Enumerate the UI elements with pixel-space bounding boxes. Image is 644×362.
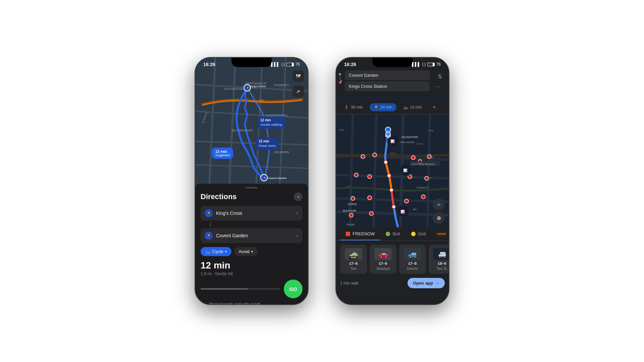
svg-text:BLOOMSBURY: BLOOMSBURY bbox=[232, 129, 253, 132]
waypoint-end-row[interactable]: 🚇 Covent Garden ≡ bbox=[201, 228, 303, 243]
tab-freenow[interactable]: 🟥 FREENOW bbox=[340, 227, 380, 240]
sride-logo: SRIDE bbox=[437, 232, 446, 236]
mode-flight[interactable]: ✈ bbox=[429, 103, 440, 111]
go-button[interactable]: GO bbox=[284, 280, 303, 298]
standard-image: 🚗 bbox=[374, 248, 392, 260]
taxi-image: 🚕 TAXI bbox=[345, 248, 362, 260]
svg-point-67 bbox=[386, 132, 390, 136]
cycle-icon: 🚲 bbox=[205, 249, 211, 254]
status-icons-left: ▌▌▌ ⌊⌋ 76 bbox=[271, 62, 300, 67]
wifi-left: ⌊⌋ bbox=[281, 62, 285, 67]
status-icons-right: ▌▌▌ ⌊⌋ 76 bbox=[412, 62, 441, 67]
battery-fill-right bbox=[428, 63, 433, 66]
svg-point-43 bbox=[373, 153, 377, 157]
taxi-card-electric[interactable]: 🚙 £7–8 Electric bbox=[399, 245, 426, 274]
svg-text:FINSBURY: FINSBURY bbox=[274, 83, 289, 87]
svg-text:📊: 📊 bbox=[400, 209, 405, 214]
standard-type: Standard bbox=[376, 267, 390, 270]
my-location-button[interactable]: ➤ bbox=[433, 198, 445, 210]
time-right: 16:26 bbox=[344, 62, 356, 67]
mode-walk[interactable]: 🚶 38 min bbox=[340, 103, 367, 111]
info-shared-roads: 🚲 Shared roads and side roads bbox=[201, 302, 303, 305]
svg-point-40 bbox=[390, 188, 393, 192]
taxi-panel: 🟥 FREENOW 🟢 Bolt 🟡 Gett SRIDE 🚕 TAXI bbox=[336, 227, 449, 304]
tooltip-fewer-turns: 12 min Fewer turns bbox=[256, 137, 279, 150]
mode-cycle[interactable]: 🚲 14 min bbox=[399, 103, 426, 111]
taxi-type: Taxi bbox=[351, 267, 357, 270]
taxi-card-standard[interactable]: 🚗 £7–8 Standard bbox=[370, 245, 396, 274]
wait-time: 1 min wait bbox=[340, 281, 358, 286]
taxi-cards: 🚕 TAXI £7–8 Taxi 🚗 £7–8 Standard 🚙 £7– bbox=[336, 241, 449, 277]
progress-go-row: GO bbox=[201, 280, 303, 298]
waypoint-start-handle: ≡ bbox=[296, 210, 299, 216]
flight-icon: ✈ bbox=[433, 105, 436, 110]
more-button[interactable]: ⋯ bbox=[435, 83, 445, 90]
open-app-label: Open app bbox=[413, 281, 433, 286]
svg-point-42 bbox=[361, 155, 365, 159]
transit-time: 24 min bbox=[380, 105, 392, 110]
map-icon-btn[interactable]: 🗺 bbox=[292, 70, 304, 82]
bolt-logo: 🟢 bbox=[385, 232, 390, 236]
destination-input[interactable]: Kings Cross Station bbox=[345, 81, 430, 91]
svg-text:SOHO: SOHO bbox=[348, 202, 357, 206]
svg-text:Ads: Ads bbox=[339, 128, 344, 131]
electric-price: £7–8 bbox=[409, 261, 417, 265]
svg-text:B050: B050 bbox=[427, 177, 432, 179]
sheet-title-row: Directions ✕ bbox=[201, 192, 303, 201]
compass-button[interactable]: ⊕ bbox=[433, 212, 445, 224]
close-button[interactable]: ✕ bbox=[294, 192, 303, 201]
freenow-logo: 🟥 bbox=[345, 232, 351, 236]
freenow-label: FREENOW bbox=[353, 231, 375, 236]
standard-price: £7–8 bbox=[379, 261, 387, 265]
taxi-card-xl[interactable]: 🚐 £8–9 Taxi XL bbox=[429, 245, 449, 274]
svg-text:MAYFAIR: MAYFAIR bbox=[343, 209, 356, 213]
sheet-handle bbox=[246, 187, 258, 188]
svg-point-53 bbox=[369, 212, 373, 216]
origin-input[interactable]: Covent Garden bbox=[345, 70, 430, 80]
transport-mode-bar: 🚶 38 min 🚇 24 min 🚲 14 min ✈ bbox=[336, 101, 449, 114]
left-phone: 16:26 ▌▌▌ ⌊⌋ 76 bbox=[195, 57, 309, 305]
tab-gett[interactable]: 🟡 Gett bbox=[406, 227, 432, 240]
notch-left bbox=[231, 58, 272, 67]
gmap-header: ‹ Covent Garden Kings Cross Station ⇅ ⋯ bbox=[336, 67, 449, 97]
svg-text:📊: 📊 bbox=[390, 139, 395, 143]
open-app-button[interactable]: Open app → bbox=[408, 278, 445, 288]
end-waypoint-icon: 🚇 bbox=[205, 232, 213, 240]
svg-point-41 bbox=[392, 205, 395, 208]
transport-row: 🚲 Cycle ▾ Avoid ▾ bbox=[201, 247, 303, 256]
svg-point-38 bbox=[384, 161, 387, 164]
avoid-btn[interactable]: Avoid ▾ bbox=[234, 247, 258, 256]
battery-left bbox=[286, 63, 294, 66]
svg-text:B144: B144 bbox=[428, 156, 434, 159]
tab-bolt[interactable]: 🟢 Bolt bbox=[380, 227, 405, 240]
wifi-right: ⌊⌋ bbox=[422, 62, 426, 67]
map-svg: EUSTON ROAD GLAND ST A501 PENTONVILLE FI… bbox=[195, 58, 309, 198]
waypoint-start-row[interactable]: 🚇 King's Cross ≡ bbox=[201, 206, 303, 221]
end-waypoint-text: Covent Garden bbox=[216, 233, 296, 238]
svg-text:ISLINGTON: ISLINGTON bbox=[401, 135, 418, 139]
location-btn[interactable]: ⇗ bbox=[292, 86, 304, 97]
cycle-chevron: ▾ bbox=[225, 250, 227, 253]
svg-text:The Postal Museum: The Postal Museum bbox=[411, 163, 435, 166]
cycle-icon-g: 🚲 bbox=[403, 105, 408, 110]
shared-roads-icon: 🚲 bbox=[201, 302, 206, 305]
svg-point-50 bbox=[368, 196, 372, 200]
tab-sride[interactable]: SRIDE bbox=[431, 227, 449, 240]
swap-button[interactable]: ⇅ bbox=[435, 71, 445, 81]
svg-text:A40: A40 bbox=[346, 185, 351, 188]
avoid-label: Avoid bbox=[239, 249, 250, 254]
mode-transit[interactable]: 🚇 24 min bbox=[370, 103, 396, 111]
taxi-footer: 1 min wait Open app → bbox=[336, 278, 449, 288]
svg-text:🚇: 🚇 bbox=[263, 176, 267, 180]
cycle-btn[interactable]: 🚲 Cycle ▾ bbox=[201, 247, 231, 256]
waypoints-container: 🚇 King's Cross ≡ 🚇 Covent Garden ≡ bbox=[201, 206, 303, 243]
svg-point-52 bbox=[349, 213, 353, 217]
taxi-card-taxi[interactable]: 🚕 TAXI £7–8 Taxi bbox=[340, 245, 367, 274]
svg-text:King's Cross: King's Cross bbox=[250, 85, 266, 88]
walk-icon: 🚶 bbox=[344, 105, 349, 110]
gmap-origin-row: ‹ Covent Garden Kings Cross Station ⇅ ⋯ bbox=[340, 70, 445, 91]
svg-point-57 bbox=[421, 195, 425, 199]
svg-text:Google: Google bbox=[346, 223, 355, 226]
svg-point-51 bbox=[405, 199, 409, 203]
right-phone: 16:26 ▌▌▌ ⌊⌋ 76 ‹ Covent Garden bbox=[335, 57, 449, 305]
